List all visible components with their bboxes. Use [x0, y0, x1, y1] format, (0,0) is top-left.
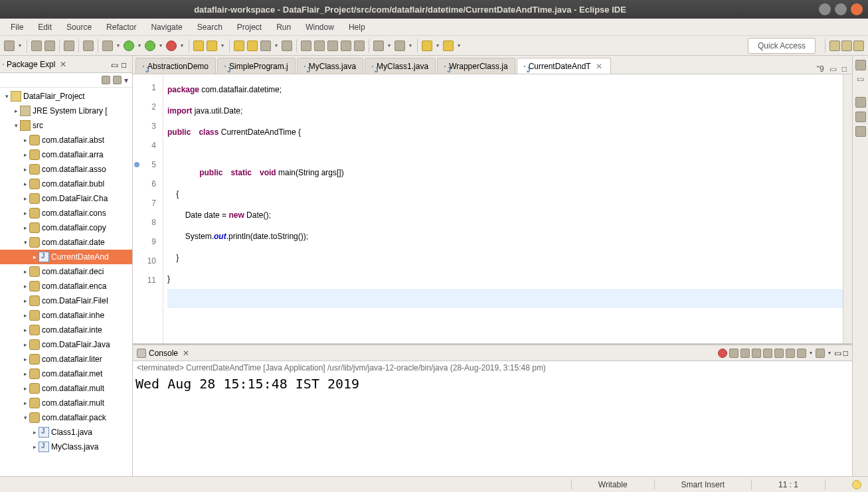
- display-console-icon[interactable]: [797, 349, 806, 358]
- link-editor-icon[interactable]: [113, 76, 122, 84]
- dropdown-icon[interactable]: ▾: [274, 41, 279, 51]
- tree-package[interactable]: ▸com.dataflair.enca: [0, 279, 132, 293]
- save-all-icon[interactable]: [44, 41, 55, 51]
- editor-tab[interactable]: MyClass1.java: [365, 58, 436, 74]
- tree-package-open[interactable]: ▾com.dataflair.pack: [0, 410, 132, 425]
- next-annotation-icon[interactable]: [354, 41, 365, 51]
- tree-package[interactable]: ▸com.dataflair.inhe: [0, 308, 132, 323]
- code-content[interactable]: package com.dataflair.datetime; import j…: [163, 74, 843, 343]
- debug-icon[interactable]: [102, 41, 113, 51]
- maximize-editor-icon[interactable]: □: [842, 64, 847, 74]
- close-view-icon[interactable]: ✕: [58, 60, 68, 69]
- pin-editor-icon[interactable]: [341, 41, 351, 51]
- show-whitespace-icon[interactable]: [327, 41, 338, 51]
- annotate-icon[interactable]: [282, 41, 292, 51]
- menu-window[interactable]: Window: [299, 21, 341, 34]
- open-task-icon[interactable]: [247, 41, 258, 51]
- tree-package[interactable]: ▸com.dataflair.bubl: [0, 177, 132, 191]
- minimize-console-icon[interactable]: ▭: [834, 349, 841, 358]
- dropdown-icon[interactable]: ▾: [137, 41, 142, 51]
- view-menu-icon[interactable]: ▾: [124, 76, 128, 85]
- task-list-icon[interactable]: [855, 60, 866, 70]
- code-editor[interactable]: 1234567891011 package com.dataflair.date…: [133, 74, 852, 343]
- editor-tab[interactable]: SimpleProgram.j: [217, 58, 296, 74]
- dropdown-icon[interactable]: ▾: [456, 41, 462, 51]
- dropdown-icon[interactable]: ▾: [808, 348, 814, 359]
- dropdown-icon[interactable]: ▾: [179, 41, 185, 51]
- remove-all-icon[interactable]: [740, 349, 750, 358]
- tree-package[interactable]: ▸com.dataflair.cons: [0, 206, 132, 220]
- tree-file[interactable]: ▸Class1.java: [0, 425, 132, 440]
- dropdown-icon[interactable]: ▾: [17, 41, 23, 51]
- minimized-view-icon[interactable]: [855, 126, 866, 137]
- tree-project[interactable]: ▾DataFlair_Project: [0, 89, 132, 104]
- tree-package[interactable]: ▸com.dataflair.met: [0, 367, 132, 381]
- tree-package[interactable]: ▸com.dataflair.inte: [0, 323, 132, 337]
- minimize-editor-icon[interactable]: ▭: [829, 64, 837, 74]
- outline-icon[interactable]: [855, 97, 866, 108]
- window-minimize-button[interactable]: [819, 3, 831, 15]
- close-tab-icon[interactable]: ✕: [594, 62, 604, 71]
- previous-edit-icon[interactable]: [373, 41, 384, 51]
- tree-package[interactable]: ▸com.dataflair.deci: [0, 264, 132, 279]
- dropdown-icon[interactable]: ▾: [387, 41, 392, 51]
- minimize-view-icon[interactable]: ▭: [111, 60, 119, 68]
- tree-src[interactable]: ▾src: [0, 118, 132, 133]
- new-icon[interactable]: [4, 41, 15, 51]
- run-icon[interactable]: [124, 41, 134, 51]
- remove-launch-icon[interactable]: [729, 349, 738, 358]
- tree-package[interactable]: ▸com.dataflair.arra: [0, 147, 132, 162]
- maximize-view-icon[interactable]: □: [122, 60, 130, 68]
- search-icon[interactable]: [260, 41, 271, 51]
- clear-console-icon[interactable]: [752, 349, 761, 358]
- toggle-block-icon[interactable]: [314, 41, 325, 51]
- collapse-all-icon[interactable]: [102, 76, 110, 84]
- tree-jre[interactable]: ▸JRE System Library [: [0, 104, 132, 118]
- menu-navigate[interactable]: Navigate: [144, 21, 189, 34]
- toggle-mark-icon[interactable]: [301, 41, 311, 51]
- line-number-gutter[interactable]: 1234567891011: [133, 74, 163, 343]
- tree-package[interactable]: ▸com.DataFlair.Cha: [0, 191, 132, 206]
- menu-refactor[interactable]: Refactor: [100, 21, 143, 34]
- menu-project[interactable]: Project: [230, 21, 268, 34]
- pin-console-icon[interactable]: [786, 349, 795, 358]
- close-console-icon[interactable]: ✕: [181, 349, 191, 358]
- editor-tab-active[interactable]: CurrentDateAndT✕: [517, 58, 611, 74]
- forward-icon[interactable]: [443, 41, 454, 51]
- maximize-console-icon[interactable]: □: [843, 349, 848, 358]
- dropdown-icon[interactable]: ▾: [435, 41, 440, 51]
- tip-icon[interactable]: [852, 480, 861, 489]
- menu-help[interactable]: Help: [342, 21, 372, 34]
- dropdown-icon[interactable]: ▾: [158, 41, 163, 51]
- tree-package[interactable]: ▸com.DataFlair.FileI: [0, 293, 132, 308]
- dropdown-icon[interactable]: ▾: [827, 348, 832, 359]
- open-console-icon[interactable]: [816, 349, 825, 358]
- tree-package-open[interactable]: ▾com.dataflair.date: [0, 235, 132, 250]
- tree-file[interactable]: ▸MyClass.java: [0, 440, 132, 454]
- tree-package[interactable]: ▸com.dataflair.asso: [0, 162, 132, 177]
- word-wrap-icon[interactable]: [774, 349, 784, 358]
- toggle-breadcrumb-icon[interactable]: [64, 41, 74, 51]
- tree-package[interactable]: ▸com.dataflair.liter: [0, 352, 132, 367]
- quick-access-field[interactable]: Quick Access: [748, 38, 816, 54]
- debug-perspective-icon[interactable]: [853, 41, 864, 51]
- dropdown-icon[interactable]: ▾: [408, 41, 413, 51]
- back-icon[interactable]: [422, 41, 432, 51]
- tree-package[interactable]: ▸com.dataflair.copy: [0, 220, 132, 235]
- coverage-icon[interactable]: [145, 41, 155, 51]
- window-maximize-button[interactable]: [835, 3, 847, 15]
- tree-package[interactable]: ▸com.dataflair.abst: [0, 133, 132, 147]
- menu-search[interactable]: Search: [191, 21, 229, 34]
- restore-icon[interactable]: ▭: [857, 74, 864, 84]
- minimized-view-icon[interactable]: [855, 112, 866, 122]
- open-type-icon[interactable]: [234, 41, 244, 51]
- tree-package[interactable]: ▸com.dataflair.mult: [0, 381, 132, 396]
- tree-package[interactable]: ▸com.DataFlair.Java: [0, 337, 132, 352]
- save-icon[interactable]: [31, 41, 42, 51]
- dropdown-icon[interactable]: ▾: [220, 41, 225, 51]
- console-output[interactable]: Wed Aug 28 15:15:48 IST 2019: [133, 374, 852, 476]
- next-edit-icon[interactable]: [394, 41, 405, 51]
- tabs-overflow[interactable]: "9: [817, 64, 824, 74]
- java-perspective-icon[interactable]: [841, 41, 852, 51]
- editor-tab[interactable]: WrapperClass.ja: [437, 58, 515, 74]
